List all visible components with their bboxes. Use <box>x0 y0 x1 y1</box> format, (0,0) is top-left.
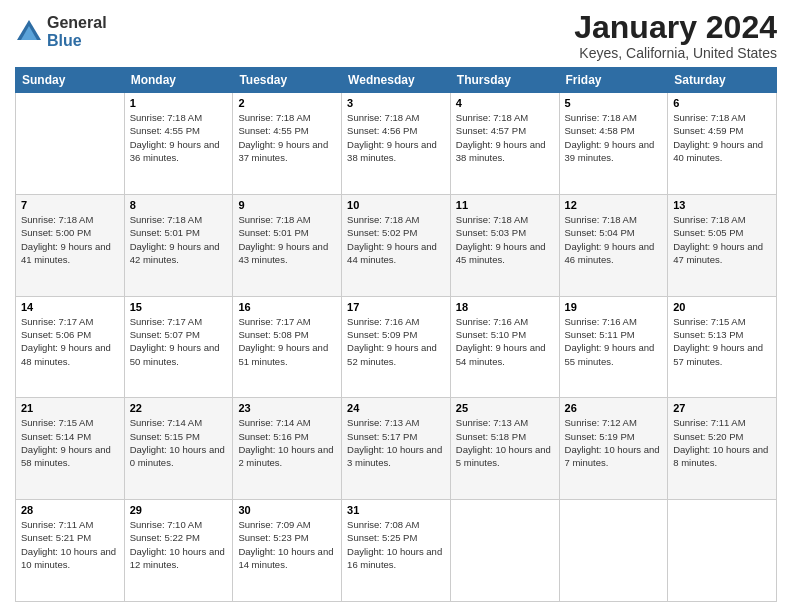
header-wednesday: Wednesday <box>342 68 451 93</box>
day-info: Sunrise: 7:18 AMSunset: 5:00 PMDaylight:… <box>21 214 111 265</box>
table-row: 21 Sunrise: 7:15 AMSunset: 5:14 PMDaylig… <box>16 398 125 500</box>
day-info: Sunrise: 7:17 AMSunset: 5:07 PMDaylight:… <box>130 316 220 367</box>
header-friday: Friday <box>559 68 668 93</box>
day-number: 7 <box>21 199 119 211</box>
table-row: 11 Sunrise: 7:18 AMSunset: 5:03 PMDaylig… <box>450 194 559 296</box>
table-row: 1 Sunrise: 7:18 AMSunset: 4:55 PMDayligh… <box>124 93 233 195</box>
day-number: 23 <box>238 402 336 414</box>
table-row: 9 Sunrise: 7:18 AMSunset: 5:01 PMDayligh… <box>233 194 342 296</box>
logo-blue-label: Blue <box>47 32 107 50</box>
day-number: 22 <box>130 402 228 414</box>
day-info: Sunrise: 7:10 AMSunset: 5:22 PMDaylight:… <box>130 519 225 570</box>
table-row: 10 Sunrise: 7:18 AMSunset: 5:02 PMDaylig… <box>342 194 451 296</box>
day-info: Sunrise: 7:08 AMSunset: 5:25 PMDaylight:… <box>347 519 442 570</box>
day-info: Sunrise: 7:15 AMSunset: 5:13 PMDaylight:… <box>673 316 763 367</box>
table-row: 20 Sunrise: 7:15 AMSunset: 5:13 PMDaylig… <box>668 296 777 398</box>
day-number: 14 <box>21 301 119 313</box>
day-number: 13 <box>673 199 771 211</box>
logo-icon <box>15 18 43 46</box>
day-info: Sunrise: 7:18 AMSunset: 5:01 PMDaylight:… <box>130 214 220 265</box>
table-row: 2 Sunrise: 7:18 AMSunset: 4:55 PMDayligh… <box>233 93 342 195</box>
day-number: 11 <box>456 199 554 211</box>
table-row <box>450 500 559 602</box>
day-info: Sunrise: 7:18 AMSunset: 5:05 PMDaylight:… <box>673 214 763 265</box>
table-row: 22 Sunrise: 7:14 AMSunset: 5:15 PMDaylig… <box>124 398 233 500</box>
table-row: 8 Sunrise: 7:18 AMSunset: 5:01 PMDayligh… <box>124 194 233 296</box>
day-info: Sunrise: 7:18 AMSunset: 4:56 PMDaylight:… <box>347 112 437 163</box>
table-row: 28 Sunrise: 7:11 AMSunset: 5:21 PMDaylig… <box>16 500 125 602</box>
day-number: 3 <box>347 97 445 109</box>
table-row: 30 Sunrise: 7:09 AMSunset: 5:23 PMDaylig… <box>233 500 342 602</box>
calendar-week-row: 28 Sunrise: 7:11 AMSunset: 5:21 PMDaylig… <box>16 500 777 602</box>
day-number: 27 <box>673 402 771 414</box>
table-row <box>16 93 125 195</box>
table-row: 14 Sunrise: 7:17 AMSunset: 5:06 PMDaylig… <box>16 296 125 398</box>
day-number: 6 <box>673 97 771 109</box>
logo-general-label: General <box>47 14 107 32</box>
day-info: Sunrise: 7:12 AMSunset: 5:19 PMDaylight:… <box>565 417 660 468</box>
table-row: 6 Sunrise: 7:18 AMSunset: 4:59 PMDayligh… <box>668 93 777 195</box>
day-info: Sunrise: 7:13 AMSunset: 5:18 PMDaylight:… <box>456 417 551 468</box>
day-info: Sunrise: 7:18 AMSunset: 4:57 PMDaylight:… <box>456 112 546 163</box>
day-number: 19 <box>565 301 663 313</box>
calendar-title: January 2024 <box>574 10 777 45</box>
day-info: Sunrise: 7:18 AMSunset: 5:03 PMDaylight:… <box>456 214 546 265</box>
table-row: 31 Sunrise: 7:08 AMSunset: 5:25 PMDaylig… <box>342 500 451 602</box>
page: General Blue January 2024 Keyes, Califor… <box>0 0 792 612</box>
table-row: 15 Sunrise: 7:17 AMSunset: 5:07 PMDaylig… <box>124 296 233 398</box>
day-info: Sunrise: 7:16 AMSunset: 5:10 PMDaylight:… <box>456 316 546 367</box>
table-row: 17 Sunrise: 7:16 AMSunset: 5:09 PMDaylig… <box>342 296 451 398</box>
day-info: Sunrise: 7:18 AMSunset: 4:58 PMDaylight:… <box>565 112 655 163</box>
table-row: 25 Sunrise: 7:13 AMSunset: 5:18 PMDaylig… <box>450 398 559 500</box>
day-info: Sunrise: 7:15 AMSunset: 5:14 PMDaylight:… <box>21 417 111 468</box>
table-row <box>668 500 777 602</box>
day-info: Sunrise: 7:18 AMSunset: 5:02 PMDaylight:… <box>347 214 437 265</box>
day-number: 30 <box>238 504 336 516</box>
day-number: 10 <box>347 199 445 211</box>
table-row: 12 Sunrise: 7:18 AMSunset: 5:04 PMDaylig… <box>559 194 668 296</box>
calendar-week-row: 1 Sunrise: 7:18 AMSunset: 4:55 PMDayligh… <box>16 93 777 195</box>
day-number: 1 <box>130 97 228 109</box>
calendar-header-row: Sunday Monday Tuesday Wednesday Thursday… <box>16 68 777 93</box>
day-number: 21 <box>21 402 119 414</box>
day-number: 2 <box>238 97 336 109</box>
calendar-subtitle: Keyes, California, United States <box>574 45 777 61</box>
day-info: Sunrise: 7:16 AMSunset: 5:09 PMDaylight:… <box>347 316 437 367</box>
table-row: 19 Sunrise: 7:16 AMSunset: 5:11 PMDaylig… <box>559 296 668 398</box>
day-number: 16 <box>238 301 336 313</box>
day-number: 25 <box>456 402 554 414</box>
day-info: Sunrise: 7:18 AMSunset: 5:01 PMDaylight:… <box>238 214 328 265</box>
table-row <box>559 500 668 602</box>
day-info: Sunrise: 7:13 AMSunset: 5:17 PMDaylight:… <box>347 417 442 468</box>
day-number: 8 <box>130 199 228 211</box>
table-row: 5 Sunrise: 7:18 AMSunset: 4:58 PMDayligh… <box>559 93 668 195</box>
day-info: Sunrise: 7:17 AMSunset: 5:06 PMDaylight:… <box>21 316 111 367</box>
day-info: Sunrise: 7:18 AMSunset: 5:04 PMDaylight:… <box>565 214 655 265</box>
header-tuesday: Tuesday <box>233 68 342 93</box>
table-row: 26 Sunrise: 7:12 AMSunset: 5:19 PMDaylig… <box>559 398 668 500</box>
day-number: 20 <box>673 301 771 313</box>
day-info: Sunrise: 7:18 AMSunset: 4:55 PMDaylight:… <box>238 112 328 163</box>
logo: General Blue <box>15 14 107 49</box>
table-row: 27 Sunrise: 7:11 AMSunset: 5:20 PMDaylig… <box>668 398 777 500</box>
day-info: Sunrise: 7:14 AMSunset: 5:15 PMDaylight:… <box>130 417 225 468</box>
day-info: Sunrise: 7:17 AMSunset: 5:08 PMDaylight:… <box>238 316 328 367</box>
day-number: 18 <box>456 301 554 313</box>
day-info: Sunrise: 7:14 AMSunset: 5:16 PMDaylight:… <box>238 417 333 468</box>
calendar-week-row: 21 Sunrise: 7:15 AMSunset: 5:14 PMDaylig… <box>16 398 777 500</box>
day-number: 24 <box>347 402 445 414</box>
header-saturday: Saturday <box>668 68 777 93</box>
table-row: 16 Sunrise: 7:17 AMSunset: 5:08 PMDaylig… <box>233 296 342 398</box>
header-sunday: Sunday <box>16 68 125 93</box>
table-row: 3 Sunrise: 7:18 AMSunset: 4:56 PMDayligh… <box>342 93 451 195</box>
table-row: 29 Sunrise: 7:10 AMSunset: 5:22 PMDaylig… <box>124 500 233 602</box>
day-info: Sunrise: 7:16 AMSunset: 5:11 PMDaylight:… <box>565 316 655 367</box>
day-info: Sunrise: 7:18 AMSunset: 4:59 PMDaylight:… <box>673 112 763 163</box>
day-number: 12 <box>565 199 663 211</box>
table-row: 4 Sunrise: 7:18 AMSunset: 4:57 PMDayligh… <box>450 93 559 195</box>
day-number: 4 <box>456 97 554 109</box>
header-thursday: Thursday <box>450 68 559 93</box>
table-row: 23 Sunrise: 7:14 AMSunset: 5:16 PMDaylig… <box>233 398 342 500</box>
day-number: 29 <box>130 504 228 516</box>
title-block: January 2024 Keyes, California, United S… <box>574 10 777 61</box>
